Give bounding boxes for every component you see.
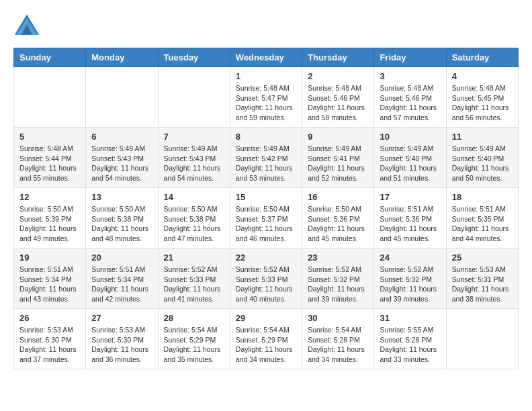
logo-icon <box>13 13 40 37</box>
day-info: Sunrise: 5:50 AM Sunset: 5:37 PM Dayligh… <box>236 204 296 244</box>
calendar-cell <box>14 67 86 128</box>
calendar-week-row: 12Sunrise: 5:50 AM Sunset: 5:39 PM Dayli… <box>14 188 519 248</box>
day-info: Sunrise: 5:50 AM Sunset: 5:36 PM Dayligh… <box>308 204 368 244</box>
day-number: 3 <box>380 71 440 81</box>
day-number: 7 <box>164 132 224 142</box>
day-info: Sunrise: 5:52 AM Sunset: 5:32 PM Dayligh… <box>308 265 368 304</box>
day-info: Sunrise: 5:50 AM Sunset: 5:38 PM Dayligh… <box>91 204 152 244</box>
day-number: 29 <box>236 313 296 323</box>
calendar-cell: 22Sunrise: 5:52 AM Sunset: 5:33 PM Dayli… <box>230 248 302 309</box>
day-info: Sunrise: 5:55 AM Sunset: 5:28 PM Dayligh… <box>380 325 440 365</box>
day-of-week-monday: Monday <box>86 48 158 67</box>
day-info: Sunrise: 5:53 AM Sunset: 5:30 PM Dayligh… <box>19 325 80 365</box>
day-info: Sunrise: 5:49 AM Sunset: 5:41 PM Dayligh… <box>308 144 368 183</box>
day-info: Sunrise: 5:52 AM Sunset: 5:33 PM Dayligh… <box>236 265 296 304</box>
day-info: Sunrise: 5:48 AM Sunset: 5:47 PM Dayligh… <box>236 83 296 123</box>
day-info: Sunrise: 5:51 AM Sunset: 5:34 PM Dayligh… <box>19 265 80 304</box>
calendar-cell: 19Sunrise: 5:51 AM Sunset: 5:34 PM Dayli… <box>14 248 86 309</box>
calendar-cell: 4Sunrise: 5:48 AM Sunset: 5:45 PM Daylig… <box>446 67 518 128</box>
calendar-cell: 17Sunrise: 5:51 AM Sunset: 5:36 PM Dayli… <box>374 188 446 248</box>
calendar-cell: 5Sunrise: 5:48 AM Sunset: 5:44 PM Daylig… <box>14 128 86 188</box>
day-info: Sunrise: 5:48 AM Sunset: 5:46 PM Dayligh… <box>380 83 440 123</box>
day-info: Sunrise: 5:54 AM Sunset: 5:29 PM Dayligh… <box>236 325 296 365</box>
day-of-week-wednesday: Wednesday <box>230 48 302 67</box>
day-info: Sunrise: 5:49 AM Sunset: 5:40 PM Dayligh… <box>452 144 513 183</box>
day-number: 2 <box>308 71 368 81</box>
day-number: 17 <box>380 192 440 202</box>
calendar-cell: 26Sunrise: 5:53 AM Sunset: 5:30 PM Dayli… <box>14 309 86 369</box>
day-number: 4 <box>452 71 513 81</box>
calendar-table: SundayMondayTuesdayWednesdayThursdayFrid… <box>13 48 519 369</box>
day-number: 18 <box>452 192 513 202</box>
day-number: 23 <box>308 253 368 263</box>
calendar-week-row: 1Sunrise: 5:48 AM Sunset: 5:47 PM Daylig… <box>14 67 519 128</box>
calendar-cell: 23Sunrise: 5:52 AM Sunset: 5:32 PM Dayli… <box>302 248 374 309</box>
calendar-cell: 27Sunrise: 5:53 AM Sunset: 5:30 PM Dayli… <box>86 309 158 369</box>
calendar-cell: 1Sunrise: 5:48 AM Sunset: 5:47 PM Daylig… <box>230 67 302 128</box>
day-info: Sunrise: 5:51 AM Sunset: 5:35 PM Dayligh… <box>452 204 513 244</box>
calendar-cell: 14Sunrise: 5:50 AM Sunset: 5:38 PM Dayli… <box>158 188 230 248</box>
calendar-cell: 30Sunrise: 5:54 AM Sunset: 5:28 PM Dayli… <box>302 309 374 369</box>
calendar-cell <box>446 309 518 369</box>
day-number: 11 <box>452 132 513 142</box>
page-header <box>13 13 519 37</box>
day-info: Sunrise: 5:50 AM Sunset: 5:38 PM Dayligh… <box>164 204 224 244</box>
day-number: 25 <box>452 253 513 263</box>
calendar-cell: 21Sunrise: 5:52 AM Sunset: 5:33 PM Dayli… <box>158 248 230 309</box>
day-number: 5 <box>19 132 80 142</box>
calendar-cell: 15Sunrise: 5:50 AM Sunset: 5:37 PM Dayli… <box>230 188 302 248</box>
calendar-cell: 3Sunrise: 5:48 AM Sunset: 5:46 PM Daylig… <box>374 67 446 128</box>
day-info: Sunrise: 5:48 AM Sunset: 5:46 PM Dayligh… <box>308 83 368 123</box>
day-number: 24 <box>380 253 440 263</box>
day-info: Sunrise: 5:53 AM Sunset: 5:30 PM Dayligh… <box>91 325 152 365</box>
calendar-cell: 20Sunrise: 5:51 AM Sunset: 5:34 PM Dayli… <box>86 248 158 309</box>
day-of-week-saturday: Saturday <box>446 48 518 67</box>
day-info: Sunrise: 5:51 AM Sunset: 5:36 PM Dayligh… <box>380 204 440 244</box>
day-info: Sunrise: 5:52 AM Sunset: 5:33 PM Dayligh… <box>164 265 224 304</box>
logo <box>13 13 43 37</box>
calendar-cell: 29Sunrise: 5:54 AM Sunset: 5:29 PM Dayli… <box>230 309 302 369</box>
calendar-week-row: 5Sunrise: 5:48 AM Sunset: 5:44 PM Daylig… <box>14 128 519 188</box>
day-number: 19 <box>19 253 80 263</box>
day-number: 8 <box>236 132 296 142</box>
calendar-cell: 2Sunrise: 5:48 AM Sunset: 5:46 PM Daylig… <box>302 67 374 128</box>
calendar-cell <box>86 67 158 128</box>
calendar-cell: 18Sunrise: 5:51 AM Sunset: 5:35 PM Dayli… <box>446 188 518 248</box>
day-number: 10 <box>380 132 440 142</box>
day-number: 15 <box>236 192 296 202</box>
calendar-header-row: SundayMondayTuesdayWednesdayThursdayFrid… <box>14 48 519 67</box>
calendar-cell: 6Sunrise: 5:49 AM Sunset: 5:43 PM Daylig… <box>86 128 158 188</box>
day-of-week-sunday: Sunday <box>14 48 86 67</box>
day-number: 13 <box>91 192 152 202</box>
day-number: 21 <box>164 253 224 263</box>
calendar-cell: 9Sunrise: 5:49 AM Sunset: 5:41 PM Daylig… <box>302 128 374 188</box>
calendar-cell: 8Sunrise: 5:49 AM Sunset: 5:42 PM Daylig… <box>230 128 302 188</box>
day-info: Sunrise: 5:48 AM Sunset: 5:45 PM Dayligh… <box>452 83 513 123</box>
day-info: Sunrise: 5:53 AM Sunset: 5:31 PM Dayligh… <box>452 265 513 304</box>
calendar-cell: 7Sunrise: 5:49 AM Sunset: 5:43 PM Daylig… <box>158 128 230 188</box>
day-number: 30 <box>308 313 368 323</box>
day-info: Sunrise: 5:50 AM Sunset: 5:39 PM Dayligh… <box>19 204 80 244</box>
day-number: 27 <box>91 313 152 323</box>
calendar-cell: 16Sunrise: 5:50 AM Sunset: 5:36 PM Dayli… <box>302 188 374 248</box>
day-info: Sunrise: 5:49 AM Sunset: 5:43 PM Dayligh… <box>91 144 152 183</box>
day-info: Sunrise: 5:52 AM Sunset: 5:32 PM Dayligh… <box>380 265 440 304</box>
day-number: 28 <box>164 313 224 323</box>
calendar-week-row: 26Sunrise: 5:53 AM Sunset: 5:30 PM Dayli… <box>14 309 519 369</box>
day-number: 9 <box>308 132 368 142</box>
day-of-week-tuesday: Tuesday <box>158 48 230 67</box>
day-number: 20 <box>91 253 152 263</box>
day-info: Sunrise: 5:49 AM Sunset: 5:42 PM Dayligh… <box>236 144 296 183</box>
calendar-cell: 28Sunrise: 5:54 AM Sunset: 5:29 PM Dayli… <box>158 309 230 369</box>
day-number: 1 <box>236 71 296 81</box>
day-info: Sunrise: 5:51 AM Sunset: 5:34 PM Dayligh… <box>91 265 152 304</box>
day-number: 22 <box>236 253 296 263</box>
calendar-cell: 11Sunrise: 5:49 AM Sunset: 5:40 PM Dayli… <box>446 128 518 188</box>
day-info: Sunrise: 5:49 AM Sunset: 5:40 PM Dayligh… <box>380 144 440 183</box>
calendar-cell: 31Sunrise: 5:55 AM Sunset: 5:28 PM Dayli… <box>374 309 446 369</box>
calendar-week-row: 19Sunrise: 5:51 AM Sunset: 5:34 PM Dayli… <box>14 248 519 309</box>
calendar-cell: 25Sunrise: 5:53 AM Sunset: 5:31 PM Dayli… <box>446 248 518 309</box>
day-number: 14 <box>164 192 224 202</box>
calendar-cell: 12Sunrise: 5:50 AM Sunset: 5:39 PM Dayli… <box>14 188 86 248</box>
day-number: 16 <box>308 192 368 202</box>
